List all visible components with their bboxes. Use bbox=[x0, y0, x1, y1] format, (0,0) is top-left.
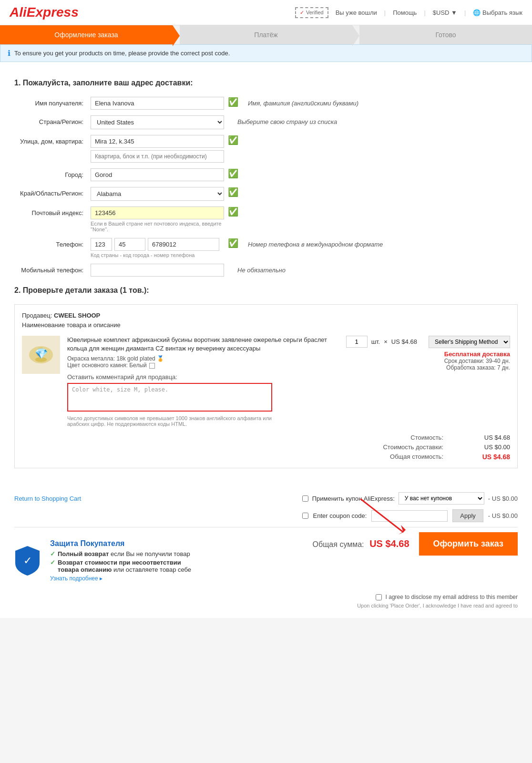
check-icon2: ✓ bbox=[50, 559, 55, 566]
apply-button[interactable]: Apply bbox=[452, 509, 483, 522]
coupon-discount: - US $0.00 bbox=[488, 495, 518, 502]
zip-field: Если в Вашей стране нет почтового индекс… bbox=[91, 206, 224, 232]
grand-total-label: Общая сумма: bbox=[313, 540, 364, 548]
step-checkout: Оформление заказа bbox=[0, 25, 173, 44]
phone-field: Код страны - код города - номер телефона bbox=[91, 238, 224, 258]
street-row: Улица, дом, квартира: ✅ bbox=[14, 135, 518, 163]
attr-metal-value: 18k gold plated bbox=[116, 355, 155, 362]
cost-value: US $4.68 bbox=[472, 434, 510, 441]
apply-coupon-checkbox[interactable] bbox=[302, 495, 308, 502]
verified-badge[interactable]: ✓ Verified bbox=[295, 7, 328, 18]
product-header: Наименование товара и описание bbox=[22, 321, 121, 329]
step-done-label: Готово bbox=[435, 31, 456, 39]
region-row: Край/Область/Регион: Alabama ✅ bbox=[14, 187, 518, 201]
multiply-sign: × bbox=[384, 338, 388, 345]
info-message: To ensure you get your products on time,… bbox=[14, 50, 230, 57]
city-label: Город: bbox=[14, 168, 91, 178]
country-label: Страна/Регион: bbox=[14, 115, 91, 125]
street-check-icon: ✅ bbox=[228, 135, 238, 145]
final-row: ✓ Защита Покупателя ✓ Полный возврат есл… bbox=[14, 532, 518, 589]
street-input[interactable] bbox=[91, 135, 224, 148]
place-order-button[interactable]: Оформить заказ bbox=[419, 532, 518, 556]
zip-note: Если в Вашей стране нет почтового индекс… bbox=[91, 221, 224, 232]
coupon-code-row: Enter coupon code: Apply - US $0.00 bbox=[14, 509, 518, 522]
region-select[interactable]: Alabama bbox=[91, 187, 224, 201]
phone-number-input[interactable] bbox=[148, 238, 219, 251]
qty-input[interactable] bbox=[346, 336, 368, 348]
comment-note: Число допустимых символов не превышает 1… bbox=[67, 415, 272, 427]
product-details: Ювелирные комплект африканский бусины во… bbox=[67, 336, 339, 427]
street-input2[interactable] bbox=[91, 150, 224, 163]
recipient-input[interactable] bbox=[91, 97, 224, 110]
svg-line-5 bbox=[360, 499, 403, 532]
verified-label: Verified bbox=[306, 10, 324, 15]
step-payment: Платёж bbox=[180, 25, 352, 44]
agree-row: I agree to disclose my email address to … bbox=[14, 594, 518, 600]
shipping-section: Seller's Shipping Method Бесплатная дост… bbox=[424, 336, 510, 371]
zip-input[interactable] bbox=[91, 206, 224, 219]
currency-chevron: ▼ bbox=[451, 9, 457, 16]
country-hint: Выберите свою страну из списка bbox=[237, 115, 337, 125]
attr-metal-label: Окраска металла: bbox=[67, 355, 115, 362]
enter-coupon-checkbox[interactable] bbox=[302, 513, 308, 519]
shield-icon: ✓ bbox=[14, 545, 41, 576]
street-field bbox=[91, 135, 224, 163]
step-arrow-1 bbox=[173, 25, 180, 46]
main-content: 1. Пожалуйста, заполните ваш адрес доста… bbox=[0, 62, 532, 487]
phone-row: Телефон: Код страны - код города - номер… bbox=[14, 238, 518, 258]
protection-item1: ✓ Полный возврат если Вы не получили тов… bbox=[50, 550, 191, 557]
divider1 bbox=[14, 527, 518, 527]
check-icon1: ✓ bbox=[50, 550, 55, 557]
phone-area-input[interactable] bbox=[114, 238, 145, 251]
red-arrow-svg bbox=[356, 494, 413, 537]
seller-name: CWEEL SHOOP bbox=[54, 312, 100, 319]
phone-code-input[interactable] bbox=[91, 238, 112, 251]
step-arrow-2 bbox=[352, 25, 359, 46]
unit-price: US $4.68 bbox=[391, 338, 417, 345]
country-row: Страна/Регион: United States Выберите св… bbox=[14, 115, 518, 129]
return-link[interactable]: Return to Shopping Cart bbox=[14, 495, 81, 502]
grand-total-value: US $4.68 bbox=[369, 538, 409, 549]
region-label: Край/Область/Регион: bbox=[14, 187, 91, 197]
street-label: Улица, дом, квартира: bbox=[14, 135, 91, 145]
phone-hint: Номер телефона в международном формате bbox=[248, 238, 383, 248]
qty-unit: шт. bbox=[371, 338, 380, 345]
protection-section: ✓ Защита Покупателя ✓ Полный возврат есл… bbox=[14, 532, 191, 589]
learn-more-link[interactable]: Узнать подробнее ▸ bbox=[50, 575, 102, 582]
mobile-field bbox=[91, 264, 224, 277]
step-payment-label: Платёж bbox=[254, 31, 277, 39]
agree-checkbox[interactable] bbox=[376, 594, 382, 600]
comment-section: Оставить комментарий для продавца: Color… bbox=[67, 373, 339, 427]
info-bar: ℹ To ensure you get your products on tim… bbox=[0, 44, 532, 62]
product-name: Ювелирные комплект африканский бусины во… bbox=[67, 336, 339, 353]
recipient-row: Имя получателя: ✅ Имя, фамилия (английск… bbox=[14, 97, 518, 110]
recipient-check-icon: ✅ bbox=[228, 97, 238, 107]
qty-section: шт. × US $4.68 bbox=[346, 336, 417, 348]
language-link[interactable]: 🌐 Выбрать язык bbox=[473, 9, 522, 16]
recipient-field bbox=[91, 97, 224, 110]
bottom-row1: Return to Shopping Cart Применить купон … bbox=[14, 492, 518, 505]
shipping-select[interactable]: Seller's Shipping Method bbox=[429, 336, 510, 348]
currency-label: $USD bbox=[433, 9, 450, 16]
globe-icon: 🌐 bbox=[473, 9, 481, 16]
coupon-code-discount: - US $0.00 bbox=[488, 512, 518, 519]
city-input[interactable] bbox=[91, 168, 224, 181]
help-link[interactable]: Помощь bbox=[393, 9, 417, 16]
steps-bar: Оформление заказа Платёж Готово bbox=[0, 25, 532, 44]
bottom-section: Return to Shopping Cart Применить купон … bbox=[0, 487, 532, 618]
zip-row: Почтовый индекс: Если в Вашей стране нет… bbox=[14, 206, 518, 232]
comment-textarea[interactable]: Color white, size M, please. bbox=[67, 383, 272, 412]
order-section: Продавец: CWEEL SHOOP Наименование товар… bbox=[14, 304, 518, 468]
country-field: United States bbox=[91, 115, 224, 129]
total-row: Общая стоимость: US $4.68 bbox=[390, 453, 510, 461]
country-select[interactable]: United States bbox=[91, 115, 224, 129]
product-thumbnail: 💎 bbox=[22, 336, 60, 374]
protection-text: Защита Покупателя ✓ Полный возврат если … bbox=[50, 539, 191, 582]
protection-item2-text: Возврат стоимости при несоответствиитова… bbox=[58, 559, 191, 573]
region-field: Alabama bbox=[91, 187, 224, 201]
total-label: Общая стоимость: bbox=[390, 453, 443, 461]
attr-color-label: Цвет основного камня: bbox=[67, 362, 128, 369]
place-order-container: Общая сумма: US $4.68 Оформить заказ bbox=[313, 532, 518, 556]
currency-link[interactable]: $USD ▼ bbox=[433, 9, 457, 16]
mobile-input[interactable] bbox=[91, 264, 224, 277]
